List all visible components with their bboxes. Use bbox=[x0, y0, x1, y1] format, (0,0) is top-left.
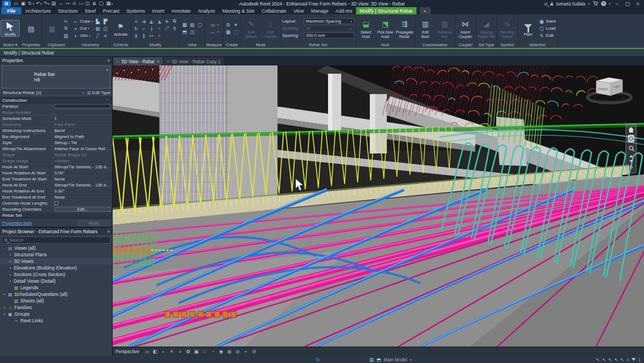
property-value[interactable]: Stirrup/Tie Seismic - 135 d... bbox=[52, 164, 112, 169]
edit-bars-button[interactable]: ▥EditBars bbox=[417, 18, 435, 39]
join-menu-caret[interactable]: ▾ bbox=[89, 34, 91, 37]
aligned-dimension-icon[interactable]: ↦ bbox=[65, 1, 71, 7]
section-icon[interactable]: ◫ bbox=[84, 1, 91, 7]
save-icon[interactable]: ▣ bbox=[20, 1, 26, 7]
dimension-menu[interactable]: ↔▾ bbox=[209, 29, 219, 36]
scale-icon[interactable]: ⤢ bbox=[163, 25, 170, 32]
temporary-hide-icon[interactable]: ◔ bbox=[209, 348, 216, 355]
tree-item-3d-views[interactable]: +3D Views bbox=[0, 258, 112, 265]
layout-select[interactable]: Maximum Spacing▾ bbox=[304, 18, 354, 24]
ref-plane-icon[interactable]: ▢ bbox=[196, 21, 203, 28]
create-assembly-icon[interactable]: ✦ bbox=[232, 21, 240, 28]
activate-controls-button[interactable]: ⚑Activate bbox=[112, 20, 130, 37]
array-icon[interactable]: ⁘ bbox=[156, 25, 163, 32]
mirror-pick-icon[interactable]: ◮ bbox=[156, 18, 163, 25]
tab-manage[interactable]: Manage bbox=[308, 7, 332, 14]
view-tab-3d-view-rebar[interactable]: ⌂3D View - Rebar× bbox=[113, 57, 163, 65]
revit-logo[interactable]: R bbox=[2, 1, 11, 7]
tab-annotate[interactable]: Annotate bbox=[168, 7, 194, 14]
sun-settings-icon[interactable]: ☀ bbox=[168, 348, 175, 355]
user-interface-icon-caret[interactable]: ▾ bbox=[111, 2, 113, 6]
hide-analytical-model-icon[interactable]: ⌁ bbox=[242, 348, 249, 355]
cope-menu[interactable]: ⌙Cope▾ bbox=[72, 18, 93, 25]
tree-expander-icon[interactable]: + bbox=[8, 266, 12, 271]
tree-expander-icon[interactable]: + bbox=[2, 312, 6, 317]
property-value[interactable]: 0.00° bbox=[52, 188, 112, 194]
reveal-constraints-icon[interactable]: ⊘ bbox=[250, 348, 258, 355]
override-hook-checkbox[interactable] bbox=[54, 201, 58, 205]
default-3d-icon[interactable]: ⬒ bbox=[181, 29, 188, 35]
crop-view-icon[interactable]: ▣ bbox=[192, 348, 200, 355]
drag-on-selection-icon[interactable]: ↖ bbox=[620, 357, 624, 362]
property-value[interactable]: None bbox=[52, 176, 112, 182]
property-value[interactable] bbox=[52, 200, 112, 206]
split-element-icon[interactable]: ∤ bbox=[148, 25, 155, 32]
mirror-axis-icon[interactable]: ◭ bbox=[148, 18, 155, 25]
property-value[interactable]: Rebar Shape 12 bbox=[52, 152, 112, 157]
wall-join-icon[interactable]: ▛ bbox=[102, 18, 109, 25]
cut-menu[interactable]: ◑Cut▾ bbox=[72, 25, 93, 32]
property-value[interactable]: Stirrup/Tie Seismic - 135 d... bbox=[52, 182, 112, 188]
tree-item-detail-views-detail[interactable]: +Detail Views (Detail) bbox=[0, 278, 112, 284]
tree-item-sheets-all[interactable]: ▧Sheets (all) bbox=[0, 298, 112, 304]
unpin-icon[interactable]: ⊻ bbox=[132, 32, 140, 39]
tab-modify-structural-rebar[interactable]: Modify | Structural Rebar bbox=[356, 7, 417, 14]
filter-icon[interactable] bbox=[631, 358, 636, 361]
edit-type-button[interactable]: ⊞ Edit Type bbox=[87, 90, 110, 96]
tab-add-ins[interactable]: Add-Ins bbox=[332, 7, 356, 14]
user-menu-caret[interactable]: ▾ bbox=[588, 2, 590, 6]
create-parts-icon[interactable]: ▦ bbox=[225, 29, 232, 35]
signed-in-user[interactable]: tomasz.fudala bbox=[556, 1, 585, 7]
cope-menu-caret[interactable]: ▾ bbox=[91, 20, 93, 23]
quantity-input-spinner[interactable]: ▴▾ bbox=[349, 27, 352, 30]
filter-button[interactable]: Filter bbox=[519, 20, 537, 37]
undo-icon-caret[interactable]: ▾ bbox=[40, 2, 42, 6]
move-icon[interactable]: ✛ bbox=[163, 18, 170, 25]
match-type-properties-icon[interactable]: ▨ bbox=[62, 32, 69, 39]
worksets-icon[interactable]: ⬒ bbox=[376, 357, 381, 362]
minimize-button[interactable]: – bbox=[613, 1, 621, 7]
workset-caret[interactable]: ▾ bbox=[410, 358, 412, 361]
active-workset-label[interactable]: Main Model bbox=[384, 357, 407, 362]
select-links-icon[interactable]: ↖ bbox=[596, 357, 600, 362]
delete-icon[interactable]: × bbox=[156, 32, 163, 39]
navigation-bar[interactable] bbox=[626, 124, 636, 173]
print-icon[interactable]: ▤ bbox=[50, 1, 57, 7]
rounding-overrides-edit-button[interactable]: Edit... bbox=[54, 207, 110, 212]
section-collapse-icon[interactable]: ⌃ bbox=[106, 98, 110, 102]
linework-icon[interactable]: ╱ bbox=[94, 32, 101, 39]
tree-item-sections-cross-section[interactable]: +Sections (Cross Section) bbox=[0, 271, 112, 278]
redo-icon-caret[interactable]: ▾ bbox=[48, 2, 49, 6]
help-menu-caret[interactable]: ▾ bbox=[609, 2, 610, 6]
tab-collaborate[interactable]: Collaborate bbox=[258, 7, 290, 14]
trim-extend-icon[interactable]: ⌐ bbox=[140, 25, 147, 32]
tree-item-revit-links[interactable]: ∞Revit Links bbox=[0, 317, 112, 324]
tree-expander-icon[interactable]: + bbox=[8, 252, 12, 257]
search-icon[interactable] bbox=[545, 1, 547, 7]
rotate-icon[interactable]: ↻ bbox=[132, 25, 140, 32]
set-work-plane-icon[interactable]: ▦ bbox=[181, 21, 188, 28]
property-value[interactable] bbox=[52, 103, 112, 109]
select-by-face-icon[interactable]: ↖ bbox=[614, 357, 618, 362]
properties-palette-button[interactable]: ▤ bbox=[22, 23, 40, 34]
propagate-rebar-button[interactable]: ⇶PropagateRebar bbox=[396, 18, 414, 39]
tab-file[interactable]: File bbox=[1, 7, 21, 14]
property-value[interactable]: 0.00° bbox=[52, 170, 112, 175]
editing-requests-icon[interactable]: ▤ bbox=[369, 357, 374, 362]
match-icon[interactable]: ∥ bbox=[140, 32, 147, 39]
tab-insert[interactable]: Insert bbox=[148, 7, 168, 14]
copy-icon[interactable]: ⧉ bbox=[171, 18, 178, 25]
properties-close-icon[interactable]: × bbox=[107, 58, 110, 63]
split-face-icon[interactable]: ◫ bbox=[102, 25, 109, 32]
tree-item-families[interactable]: +⌂Families bbox=[0, 304, 112, 311]
element-filter-select[interactable]: Structural Rebar (1) ▾ bbox=[2, 90, 85, 96]
background-processes-icon[interactable]: ○ bbox=[626, 357, 629, 362]
tab-analyze[interactable]: Analyze bbox=[195, 7, 219, 14]
paint-icon[interactable]: ▧ bbox=[94, 25, 101, 32]
tree-item-schedules-quantities-all[interactable]: +▦Schedules/Quantities (all) bbox=[0, 291, 112, 298]
tree-item-legends[interactable]: ▥Legends bbox=[0, 284, 112, 291]
video-help-icon[interactable]: ▸ bbox=[420, 7, 431, 14]
tab-structure[interactable]: Structure bbox=[54, 7, 81, 14]
property-value[interactable]: <None> bbox=[52, 158, 112, 163]
tree-expander-icon[interactable]: + bbox=[2, 292, 6, 297]
